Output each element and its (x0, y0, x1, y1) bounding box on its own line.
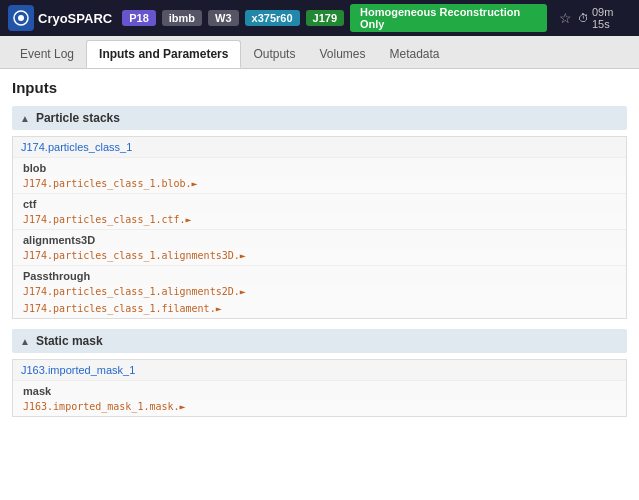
passthrough-value-2: J174.particles_class_1.filament.► (13, 301, 626, 318)
field-ctf-name: ctf (13, 194, 626, 212)
static-mask-header[interactable]: ▲ Static mask (12, 329, 627, 353)
mask-particle-label: J163.imported_mask_1 (13, 360, 626, 381)
field-ctf: ctf J174.particles_class_1.ctf.► (13, 194, 626, 230)
main-content: Inputs ▲ Particle stacks J174.particles_… (0, 69, 639, 500)
tab-inputs-parameters[interactable]: Inputs and Parameters (86, 40, 241, 68)
passthrough-label: Passthrough (13, 266, 626, 284)
tag-p18[interactable]: P18 (122, 10, 156, 26)
field-alignments3d-name: alignments3D (13, 230, 626, 248)
static-mask-group: J163.imported_mask_1 mask J163.imported_… (12, 359, 627, 417)
section-title: Inputs (12, 79, 627, 96)
field-mask: mask J163.imported_mask_1.mask.► (13, 381, 626, 416)
field-passthrough: Passthrough J174.particles_class_1.align… (13, 266, 626, 318)
particle-stacks-header[interactable]: ▲ Particle stacks (12, 106, 627, 130)
tag-j179[interactable]: J179 (306, 10, 344, 26)
field-ctf-value: J174.particles_class_1.ctf.► (13, 212, 626, 229)
timer-value: 09m 15s (592, 6, 631, 30)
topbar: CryoSPARC P18 ibmb W3 x375r60 J179 Homog… (0, 0, 639, 36)
field-blob-value: J174.particles_class_1.blob.► (13, 176, 626, 193)
passthrough-value-1: J174.particles_class_1.alignments2D.► (13, 284, 626, 301)
tab-volumes[interactable]: Volumes (307, 40, 377, 68)
collapse-arrow-mask: ▲ (20, 336, 30, 347)
timer: ⏱ 09m 15s (578, 6, 631, 30)
field-mask-value: J163.imported_mask_1.mask.► (13, 399, 626, 416)
star-icon[interactable]: ☆ (559, 10, 572, 26)
tab-outputs[interactable]: Outputs (241, 40, 307, 68)
job-label: Homogeneous Reconstruction Only (350, 4, 547, 32)
svg-point-1 (18, 15, 24, 21)
tab-event-log[interactable]: Event Log (8, 40, 86, 68)
field-mask-name: mask (13, 381, 626, 399)
collapse-arrow-particle: ▲ (20, 113, 30, 124)
field-blob: blob J174.particles_class_1.blob.► (13, 158, 626, 194)
tag-ibmb[interactable]: ibmb (162, 10, 202, 26)
field-blob-name: blob (13, 158, 626, 176)
tag-x375r60[interactable]: x375r60 (245, 10, 300, 26)
tab-bar: Event Log Inputs and Parameters Outputs … (0, 36, 639, 69)
particle-stacks-group: J174.particles_class_1 blob J174.particl… (12, 136, 627, 319)
logo-icon (8, 5, 34, 31)
tag-w3[interactable]: W3 (208, 10, 239, 26)
timer-icon: ⏱ (578, 12, 589, 24)
tab-metadata[interactable]: Metadata (377, 40, 451, 68)
particle-stacks-label: Particle stacks (36, 111, 120, 125)
field-alignments3d: alignments3D J174.particles_class_1.alig… (13, 230, 626, 266)
static-mask-label: Static mask (36, 334, 103, 348)
particle-class-label: J174.particles_class_1 (13, 137, 626, 158)
logo: CryoSPARC (8, 5, 112, 31)
logo-text: CryoSPARC (38, 11, 112, 26)
field-alignments3d-value: J174.particles_class_1.alignments3D.► (13, 248, 626, 265)
